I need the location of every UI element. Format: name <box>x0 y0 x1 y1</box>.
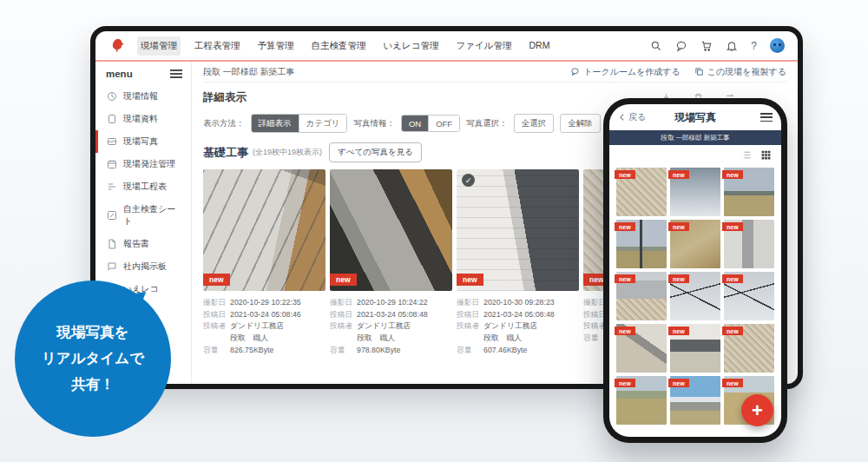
breadcrumb-row: 段取 一郎様邸 新築工事 トークルームを作成する この現場を複製する <box>203 62 786 82</box>
search-icon[interactable] <box>650 40 662 52</box>
new-badge: new <box>615 379 635 387</box>
photo-thumbnail[interactable]: new <box>616 168 667 216</box>
nav-item-drm[interactable]: DRM <box>525 36 553 56</box>
selected-check-icon[interactable]: ✓ <box>462 174 475 187</box>
photo-meta: 撮影日2020-10-29 10:24:22 投稿日2021-03-24 05:… <box>330 291 452 356</box>
sidebar-item-label: 現場工程表 <box>123 181 167 193</box>
phone-breadcrumb-bar: 段取 一郎様邸 新築工事 <box>609 130 781 145</box>
size-label: 容量 <box>203 345 230 357</box>
poster-label: 投稿者 <box>203 320 230 344</box>
phone-hamburger-icon[interactable] <box>760 113 773 122</box>
photo-thumbnail[interactable]: new <box>724 324 774 373</box>
nav-item-iereco-management[interactable]: いえレコ管理 <box>380 36 443 56</box>
photo-thumbnail[interactable]: ✓ new <box>457 169 579 291</box>
nav-item-schedule-management[interactable]: 工程表管理 <box>191 36 244 56</box>
new-badge: new <box>668 170 689 179</box>
poster-value: ダンドリ工務店 段取 職人 <box>483 320 579 344</box>
size-value: 826.75KByte <box>230 345 326 357</box>
image-icon <box>107 136 117 147</box>
sidebar-item-label: 現場発注管理 <box>123 158 175 170</box>
sidebar-item-site-orders[interactable]: 現場発注管理 <box>95 153 191 175</box>
posted-date-value: 2021-03-24 05:08:48 <box>357 309 452 321</box>
cart-icon[interactable] <box>700 40 713 52</box>
deselect-all-button[interactable]: 全解除 <box>560 114 601 133</box>
nav-item-site-management[interactable]: 現場管理 <box>137 36 181 56</box>
new-badge: new <box>668 274 689 283</box>
sidebar-item-site-documents[interactable]: 現場資料 <box>95 108 191 130</box>
grid-view-icon[interactable] <box>760 149 772 161</box>
list-view-icon[interactable] <box>740 149 752 161</box>
sidebar-item-site-photos[interactable]: 現場写真 <box>95 130 191 153</box>
help-icon[interactable]: ? <box>751 40 757 52</box>
photo-thumbnail[interactable]: new <box>616 376 667 425</box>
poster-label: 投稿者 <box>330 320 357 344</box>
display-method-label: 表示方法： <box>203 118 245 129</box>
posted-date-label: 投稿日 <box>330 309 357 321</box>
photo-thumbnail[interactable]: new <box>670 324 720 373</box>
add-photo-fab[interactable]: + <box>741 394 773 426</box>
select-all-button[interactable]: 全選択 <box>514 114 555 133</box>
photo-thumbnail[interactable]: new <box>724 272 774 320</box>
nav-item-budget-management[interactable]: 予算管理 <box>254 36 298 56</box>
chat-icon[interactable] <box>675 40 687 52</box>
photo-info-on-button[interactable]: ON <box>402 116 428 131</box>
new-badge: new <box>722 327 743 335</box>
new-badge: new <box>615 327 635 335</box>
photo-thumbnail[interactable]: new <box>616 220 667 268</box>
photo-thumbnail[interactable]: new <box>670 168 720 216</box>
sidebar-item-label: 現場写真 <box>123 135 158 148</box>
phone-mockup: 現場写真 戻る 段取 一郎様邸 新築工事 new <box>603 98 787 443</box>
poster-value: ダンドリ工務店 段取 職人 <box>230 320 326 344</box>
callout-bubble: 現場写真を リアルタイムで 共有！ <box>15 280 171 437</box>
shot-date-value: 2020-10-29 10:22:35 <box>230 297 326 309</box>
nav-item-self-inspection-management[interactable]: 自主検査管理 <box>308 36 370 56</box>
chevron-left-icon <box>618 113 627 122</box>
phone-screen: 現場写真 戻る 段取 一郎様邸 新築工事 new <box>609 104 781 437</box>
sidebar-item-reports[interactable]: 報告書 <box>95 233 191 255</box>
new-badge: new <box>203 274 230 286</box>
poster-value: ダンドリ工務店 段取 職人 <box>357 320 452 344</box>
sidebar-menu-label: menu <box>106 69 133 79</box>
photo-info-toggle: ON OFF <box>401 115 460 132</box>
sidebar-item-bulletin-board[interactable]: 社内掲示板 <box>95 255 191 278</box>
shot-date-value: 2020-10-30 09:28:23 <box>483 297 579 309</box>
photo-thumbnail[interactable]: new <box>670 220 720 268</box>
photo-thumbnail[interactable]: new <box>616 324 667 373</box>
user-avatar[interactable] <box>770 38 785 53</box>
page-canvas: 現場管理 工程表管理 予算管理 自主検査管理 いえレコ管理 ファイル管理 DRM <box>0 0 868 462</box>
display-category-button[interactable]: カテゴリ <box>299 115 347 132</box>
posted-date-label: 投稿日 <box>457 309 483 321</box>
view-all-photos-button[interactable]: すべての写真を見る <box>329 142 422 162</box>
photo-thumbnail[interactable]: new <box>670 272 720 320</box>
section-photo-count: (全19枚中19枚表示) <box>253 147 322 158</box>
bell-icon[interactable] <box>726 40 738 52</box>
sidebar-item-site-info[interactable]: 現場情報 <box>95 85 191 108</box>
new-badge: new <box>615 274 635 283</box>
new-badge: new <box>668 379 689 387</box>
display-detail-button[interactable]: 詳細表示 <box>252 115 299 132</box>
photo-thumbnail[interactable]: new <box>203 169 326 291</box>
sidebar-item-label: 現場資料 <box>123 113 158 125</box>
photo-thumbnail[interactable]: new <box>724 220 774 268</box>
create-talkroom-label: トークルームを作成する <box>583 66 681 78</box>
photo-thumbnail[interactable]: new <box>724 168 774 216</box>
calendar-icon <box>107 159 117 169</box>
new-badge: new <box>722 170 743 179</box>
photo-thumbnail[interactable]: new <box>670 376 720 425</box>
phone-back-label: 戻る <box>628 111 646 123</box>
sidebar-item-site-schedule[interactable]: 現場工程表 <box>95 175 191 198</box>
photo-meta: 撮影日2020-10-30 09:28:23 投稿日2021-03-24 05:… <box>457 291 579 356</box>
list-icon <box>107 182 117 192</box>
sidebar-item-self-inspection-sheet[interactable]: 自主検査シート <box>95 198 191 233</box>
create-talkroom-link[interactable]: トークルームを作成する <box>570 66 681 78</box>
photo-thumbnail[interactable]: new <box>616 272 667 320</box>
breadcrumb: 段取 一郎様邸 新築工事 <box>203 66 295 78</box>
photo-thumbnail[interactable]: new <box>330 169 452 291</box>
photo-info-label: 写真情報： <box>353 118 395 129</box>
photo-info-off-button[interactable]: OFF <box>428 116 459 131</box>
hamburger-icon[interactable] <box>170 69 182 78</box>
nav-item-file-management[interactable]: ファイル管理 <box>452 36 515 56</box>
duplicate-site-link[interactable]: この現場を複製する <box>694 66 786 78</box>
phone-header: 現場写真 戻る <box>609 104 781 130</box>
phone-back-button[interactable]: 戻る <box>618 111 646 123</box>
